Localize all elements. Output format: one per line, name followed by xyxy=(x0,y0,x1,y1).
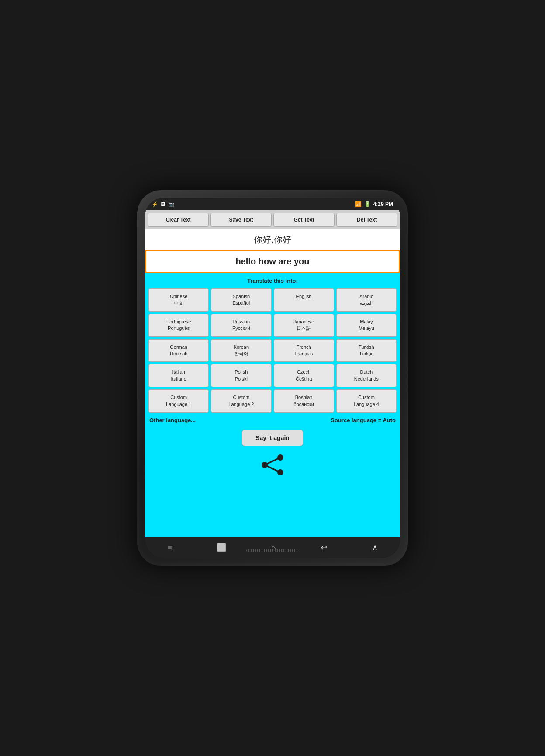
lang-italian[interactable]: ItalianItaliano xyxy=(148,364,209,387)
toolbar: Clear Text Save Text Get Text Del Text xyxy=(145,210,400,229)
lang-japanese[interactable]: Japanese日本語 xyxy=(274,314,334,337)
lang-chinese[interactable]: Chinese中文 xyxy=(148,288,209,312)
clock: 4:29 PM xyxy=(373,201,393,207)
up-nav-icon[interactable]: ∧ xyxy=(369,539,381,556)
lang-german[interactable]: GermanDeutsch xyxy=(148,339,209,362)
status-right-icons: 📶 🔋 4:29 PM xyxy=(355,201,393,207)
status-bar: ⚡ 🖼 📷 📶 🔋 4:29 PM xyxy=(145,198,400,210)
lang-czech[interactable]: CzechČeština xyxy=(274,364,334,387)
lang-dutch[interactable]: DutchNederlands xyxy=(336,364,397,387)
menu-nav-icon[interactable]: ≡ xyxy=(164,540,176,556)
battery-icon: 🔋 xyxy=(364,201,371,207)
device-frame: ⚡ 🖼 📷 📶 🔋 4:29 PM Clear Text Save Text G… xyxy=(137,190,408,566)
clear-text-button[interactable]: Clear Text xyxy=(148,213,209,227)
image-icon: 🖼 xyxy=(161,201,166,207)
bottom-row: Other language... Source language = Auto xyxy=(148,415,397,425)
back-nav-icon[interactable]: ↩ xyxy=(317,539,331,556)
status-left-icons: ⚡ 🖼 📷 xyxy=(152,201,174,207)
other-language-link[interactable]: Other language... xyxy=(149,417,196,423)
lang-bosnian[interactable]: Bosnianбосански xyxy=(274,389,334,413)
language-grid: Chinese中文 SpanishEspañol English Arabicا… xyxy=(148,288,397,413)
translate-label: Translate this into: xyxy=(148,277,397,284)
share-icon xyxy=(259,454,286,476)
home-nav-icon[interactable]: ⌂ xyxy=(268,540,279,556)
lang-portuguese[interactable]: PortuguesePortuguês xyxy=(148,314,209,337)
lang-korean[interactable]: Korean한국어 xyxy=(211,339,271,362)
lang-turkish[interactable]: TurkishTürkçe xyxy=(336,339,397,362)
main-content-area: Translate this into: Chinese中文 SpanishEs… xyxy=(145,273,400,537)
say-again-button[interactable]: Say it again xyxy=(242,430,303,446)
save-text-button[interactable]: Save Text xyxy=(210,213,272,227)
lang-arabic[interactable]: Arabicالعربية xyxy=(336,288,397,312)
lang-malay[interactable]: MalayMelayu xyxy=(336,314,397,337)
translation-display[interactable]: hello how are you xyxy=(145,250,400,273)
device-screen: ⚡ 🖼 📷 📶 🔋 4:29 PM Clear Text Save Text G… xyxy=(145,198,400,558)
main-screen: Clear Text Save Text Get Text Del Text 你… xyxy=(145,210,400,537)
lang-russian[interactable]: RussianРусский xyxy=(211,314,271,337)
usb-icon: ⚡ xyxy=(152,201,158,207)
del-text-button[interactable]: Del Text xyxy=(336,213,397,227)
wifi-icon: 📶 xyxy=(355,201,362,207)
nav-bar: ≡ ⬜ ⌂ ↩ ∧ xyxy=(145,537,400,558)
recents-nav-icon[interactable]: ⬜ xyxy=(213,539,230,556)
lang-custom4[interactable]: CustomLanguage 4 xyxy=(336,389,397,413)
camera-icon: 📷 xyxy=(168,201,174,207)
share-area[interactable] xyxy=(148,451,397,478)
lang-custom2[interactable]: CustomLanguage 2 xyxy=(211,389,271,413)
svg-line-4 xyxy=(265,465,280,472)
get-text-button[interactable]: Get Text xyxy=(273,213,335,227)
lang-french[interactable]: FrenchFrançais xyxy=(274,339,334,362)
lang-custom1[interactable]: CustomLanguage 1 xyxy=(148,389,209,413)
chinese-input-display[interactable]: 你好,你好 xyxy=(145,229,400,250)
lang-english[interactable]: English xyxy=(274,288,334,312)
svg-line-3 xyxy=(265,458,280,465)
lang-spanish[interactable]: SpanishEspañol xyxy=(211,288,271,312)
lang-polish[interactable]: PolishPolski xyxy=(211,364,271,387)
source-language-label: Source language = Auto xyxy=(331,417,396,423)
